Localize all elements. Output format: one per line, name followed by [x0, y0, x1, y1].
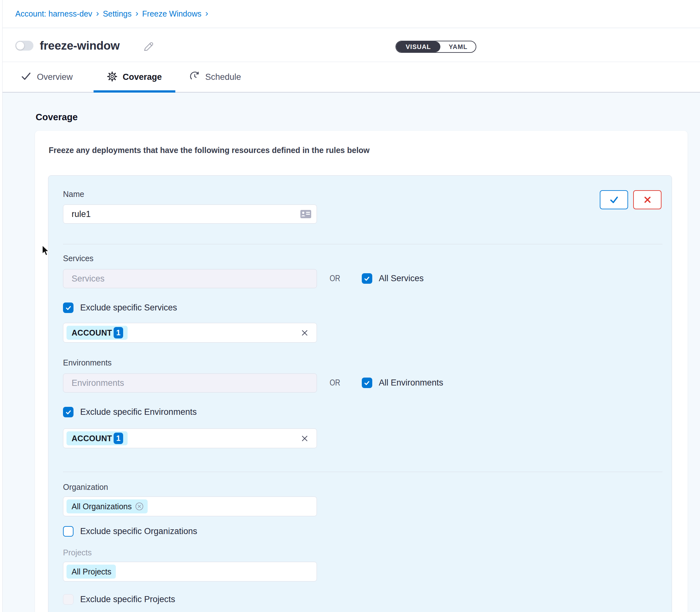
services-label: Services	[63, 254, 94, 263]
exclude-services-label: Exclude specific Services	[80, 303, 177, 313]
excluded-services-tag-input[interactable]: ACCOUNT 1	[63, 323, 317, 343]
excluded-services-tag[interactable]: ACCOUNT 1	[67, 326, 127, 340]
breadcrumb-separator-icon: ›	[135, 9, 138, 18]
title-bar: freeze-window VISUAL YAML	[2, 28, 700, 62]
environments-input[interactable]	[63, 373, 317, 392]
exclude-organizations-checkbox[interactable]	[63, 526, 73, 537]
exclude-environments-label: Exclude specific Environments	[80, 407, 197, 417]
toggle-knob	[16, 41, 25, 50]
environments-label: Environments	[63, 358, 112, 367]
all-services-label: All Services	[379, 274, 424, 283]
check-icon	[20, 71, 32, 83]
breadcrumb-account-link[interactable]: Account: harness-dev	[15, 9, 92, 18]
exclude-services-checkbox[interactable]	[63, 303, 73, 313]
organization-label: Organization	[63, 483, 108, 492]
confirm-rule-button[interactable]	[600, 190, 628, 209]
clear-services-icon[interactable]	[300, 329, 309, 337]
collapsed-side-nav[interactable]	[0, 0, 2, 612]
divider	[63, 244, 662, 244]
services-or-row: OR All Services	[330, 273, 424, 284]
remove-organization-icon[interactable]	[135, 502, 144, 511]
breadcrumb-separator-icon: ›	[205, 9, 208, 18]
coverage-content: Coverage Freeze any deployments that hav…	[2, 93, 700, 612]
tag-label: All Organizations	[72, 502, 132, 511]
tabs-bar: Overview Coverage Schedule	[2, 62, 700, 93]
clear-environments-icon[interactable]	[300, 434, 309, 443]
tab-coverage[interactable]: Coverage	[94, 62, 175, 92]
page-title: freeze-window	[40, 39, 120, 53]
tab-coverage-label: Coverage	[123, 72, 162, 82]
freeze-enabled-toggle[interactable]	[15, 41, 33, 51]
exclude-projects-row: Exclude specific Projects	[63, 594, 175, 605]
coverage-section-title: Coverage	[36, 112, 78, 123]
organization-select[interactable]: All Organizations	[63, 497, 317, 516]
or-label: OR	[330, 274, 340, 283]
tab-schedule[interactable]: Schedule	[189, 62, 241, 92]
exclude-projects-checkbox[interactable]	[63, 594, 73, 605]
breadcrumb-freeze-windows-link[interactable]: Freeze Windows	[142, 9, 202, 18]
breadcrumb-separator-icon: ›	[96, 9, 99, 18]
rule-panel: Name Services OR	[48, 175, 672, 612]
freeze-window-coverage-page: { "breadcrumb": { "account": "Account: h…	[0, 0, 700, 612]
breadcrumb: Account: harness-dev › Settings › Freeze…	[15, 9, 208, 18]
rule-name-input[interactable]	[63, 205, 317, 224]
tag-label: All Projects	[72, 567, 111, 576]
environments-or-row: OR All Environments	[330, 378, 443, 388]
or-label: OR	[330, 378, 340, 388]
visual-toggle-button[interactable]: VISUAL	[396, 41, 440, 52]
exclude-environments-checkbox[interactable]	[63, 407, 73, 417]
all-organizations-tag[interactable]: All Organizations	[67, 499, 148, 513]
all-environments-checkbox[interactable]	[362, 378, 372, 388]
all-projects-tag[interactable]: All Projects	[67, 565, 116, 579]
tag-count-badge: 1	[113, 433, 123, 444]
projects-label: Projects	[63, 548, 92, 557]
edit-pencil-icon[interactable]	[142, 41, 154, 53]
tag-count-badge: 1	[113, 327, 123, 338]
exclude-services-row: Exclude specific Services	[63, 303, 177, 313]
exclude-projects-label: Exclude specific Projects	[80, 595, 175, 604]
tab-schedule-label: Schedule	[205, 72, 241, 82]
all-services-checkbox[interactable]	[362, 273, 372, 284]
divider	[63, 472, 662, 472]
active-tab-underline	[94, 91, 175, 93]
cancel-rule-button[interactable]	[633, 190, 661, 209]
tag-label: ACCOUNT	[72, 434, 112, 443]
exclude-environments-row: Exclude specific Environments	[63, 407, 197, 417]
coverage-card-heading: Freeze any deployments that have the fol…	[49, 146, 370, 155]
breadcrumb-bar: Account: harness-dev › Settings › Freeze…	[2, 0, 700, 28]
visual-yaml-switch: VISUAL YAML	[396, 41, 476, 53]
projects-select[interactable]: All Projects	[63, 562, 317, 582]
name-label: Name	[63, 190, 84, 199]
all-environments-label: All Environments	[379, 378, 443, 388]
tab-overview-label: Overview	[37, 72, 73, 82]
excluded-environments-tag-input[interactable]: ACCOUNT 1	[63, 429, 317, 448]
services-input[interactable]	[63, 269, 317, 288]
excluded-environments-tag[interactable]: ACCOUNT 1	[67, 431, 127, 445]
tab-overview[interactable]: Overview	[20, 62, 73, 92]
breadcrumb-settings-link[interactable]: Settings	[103, 9, 132, 18]
tag-label: ACCOUNT	[72, 328, 112, 337]
exclude-organizations-label: Exclude specific Organizations	[80, 526, 197, 536]
schedule-clock-icon	[189, 71, 200, 83]
exclude-organizations-row: Exclude specific Organizations	[63, 526, 197, 537]
yaml-toggle-button[interactable]: YAML	[440, 41, 476, 52]
name-id-card-icon	[300, 209, 312, 220]
gear-icon	[107, 71, 118, 83]
coverage-card: Freeze any deployments that have the fol…	[35, 131, 688, 612]
